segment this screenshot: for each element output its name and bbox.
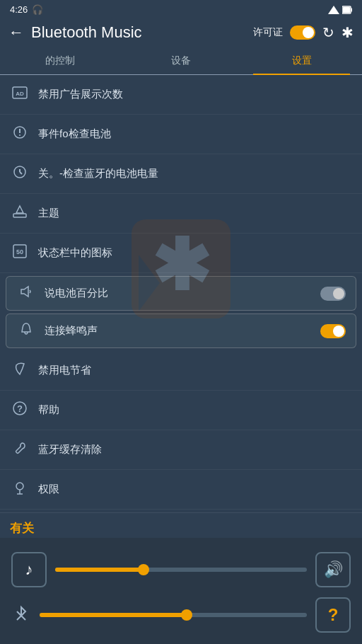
ads-icon: AD — [10, 85, 30, 104]
music-player-row: ♪ 🔊 — [11, 552, 351, 587]
music-slider-fill — [55, 568, 144, 572]
clock-icon — [10, 164, 30, 183]
status-bar: 4:26 🎧 — [0, 0, 362, 18]
status-right — [328, 6, 352, 14]
speak-battery-toggle[interactable] — [320, 287, 346, 301]
status-left: 4:26 🎧 — [10, 4, 43, 15]
setting-battery-check[interactable]: 事件fo检查电池 — [0, 115, 362, 154]
svg-rect-12 — [13, 214, 26, 217]
about-title: 有关 — [10, 520, 352, 539]
setting-help[interactable]: ? 帮助 — [0, 391, 362, 430]
svg-point-8 — [19, 134, 21, 136]
svg-marker-0 — [328, 6, 339, 14]
leaf-icon — [10, 361, 30, 380]
top-bar: ← Bluetooth Music 许可证 ↻ ✱ — [0, 18, 362, 47]
status-time: 4:26 — [10, 4, 28, 15]
battery-icon — [342, 6, 352, 14]
bottom-player: ♪ 🔊 ? — [0, 538, 362, 644]
signal-icon — [328, 6, 339, 14]
setting-speak-battery[interactable]: 说电池百分比 — [6, 276, 356, 311]
battery-check-label: 事件fo检查电池 — [38, 127, 352, 141]
bt-player-row: ? — [11, 597, 351, 633]
volume-button[interactable]: 🔊 — [315, 552, 351, 587]
bluetooth-header-icon[interactable]: ✱ — [341, 24, 354, 41]
music-note-icon: ♪ — [25, 560, 33, 579]
tab-controls[interactable]: 的控制 — [0, 47, 121, 74]
tab-settings[interactable]: 设置 — [241, 47, 362, 74]
help-icon: ? — [10, 401, 30, 420]
setting-statusbar-icon[interactable]: 50 状态栏中的图标 — [0, 234, 362, 273]
music-volume-slider[interactable] — [55, 568, 307, 572]
bt-slider-fill — [40, 613, 187, 617]
svg-text:AD: AD — [16, 91, 24, 97]
connect-beep-label: 连接蜂鸣声 — [45, 324, 312, 338]
svg-marker-13 — [16, 206, 23, 213]
statusbar-icon: 50 — [10, 243, 30, 263]
setting-bt-battery[interactable]: 关。-检查蓝牙的电池电量 — [0, 154, 362, 194]
speak-battery-label: 说电池百分比 — [45, 287, 312, 300]
svg-rect-3 — [343, 7, 350, 13]
battery-check-icon — [10, 125, 30, 144]
music-slider-thumb — [138, 564, 149, 575]
setting-permissions[interactable]: 权限 — [0, 470, 362, 510]
svg-rect-2 — [351, 8, 353, 11]
theme-icon — [10, 204, 30, 223]
disable-save-label: 禁用电节省 — [38, 364, 352, 377]
setting-connect-beep[interactable]: 连接蜂鸣声 — [6, 314, 356, 348]
svg-line-11 — [20, 172, 22, 174]
svg-text:50: 50 — [16, 248, 23, 255]
music-icon-button[interactable]: ♪ — [11, 552, 47, 587]
statusbar-icon-label: 状态栏中的图标 — [38, 246, 352, 260]
setting-disable-save[interactable]: 禁用电节省 — [0, 351, 362, 391]
bt-cache-label: 蓝牙缓存清除 — [38, 443, 352, 456]
volume-icon: 🔊 — [324, 560, 343, 579]
speak-icon — [16, 284, 36, 303]
permission-label: 许可证 — [253, 26, 283, 39]
svg-text:?: ? — [17, 403, 23, 414]
tabs-container: 的控制 设备 设置 — [0, 47, 362, 75]
ads-label: 禁用广告展示次数 — [38, 88, 352, 101]
theme-label: 主题 — [38, 207, 352, 220]
bt-slider-thumb — [181, 609, 192, 621]
svg-point-19 — [16, 483, 23, 490]
page-title: Bluetooth Music — [31, 23, 246, 42]
bt-bottom-icon — [11, 605, 31, 626]
svg-marker-16 — [21, 287, 28, 297]
back-button[interactable]: ← — [8, 23, 24, 42]
bell-icon — [16, 321, 36, 340]
settings-list: AD 禁用广告展示次数 事件fo检查电池 关。-检查蓝牙的电池电量 主题 50 … — [0, 75, 362, 570]
permission-toggle[interactable] — [290, 25, 315, 40]
tab-devices[interactable]: 设备 — [121, 47, 242, 74]
headphone-icon: 🎧 — [32, 4, 43, 15]
help-button[interactable]: ? — [315, 597, 351, 633]
connect-beep-toggle[interactable] — [320, 324, 346, 338]
refresh-button[interactable]: ↻ — [322, 24, 334, 41]
help-question-icon: ? — [328, 605, 339, 625]
pin-icon — [10, 480, 30, 499]
permissions-label: 权限 — [38, 483, 352, 496]
bt-battery-label: 关。-检查蓝牙的电池电量 — [38, 167, 352, 180]
bt-volume-slider[interactable] — [40, 613, 307, 617]
help-label: 帮助 — [38, 403, 352, 417]
setting-ads[interactable]: AD 禁用广告展示次数 — [0, 75, 362, 115]
wrench-icon — [10, 440, 30, 459]
top-bar-actions: 许可证 ↻ ✱ — [253, 24, 354, 41]
setting-theme[interactable]: 主题 — [0, 194, 362, 234]
setting-bt-cache[interactable]: 蓝牙缓存清除 — [0, 430, 362, 470]
